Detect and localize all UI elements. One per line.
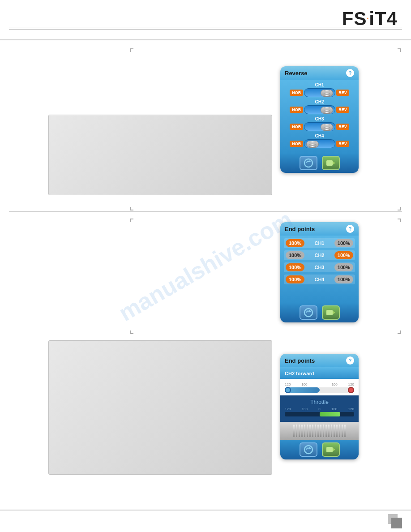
toggle-track-4[interactable] [304, 139, 335, 148]
grip-line-14 [328, 425, 330, 437]
grip-line-6 [307, 425, 308, 437]
reverse-ch1-label: CH1 [284, 82, 355, 87]
grip-line-4 [301, 425, 303, 437]
endpoints-back-button[interactable] [300, 305, 317, 320]
toggle-track-3[interactable] [304, 122, 335, 131]
corner-bl-1 [130, 204, 136, 210]
ep-ch1-row: 100% CH1 100% [284, 238, 355, 248]
reverse-ch3-label: CH3 [284, 116, 355, 121]
ep-slider-track[interactable] [286, 387, 353, 393]
endpoints-detail-title: End points [285, 357, 315, 364]
toggle-nor-4: NOR [290, 141, 303, 147]
ep-grip-bar[interactable] [280, 422, 359, 440]
toggle-nor-1: NOR [290, 90, 303, 96]
svg-rect-6 [326, 310, 333, 315]
ep-slider-area: 120 100 100 120 [280, 379, 359, 395]
reverse-panel-title: Reverse [285, 70, 308, 77]
brand-dot: · [367, 15, 369, 22]
reverse-ch4-row: CH4 NOR REV [284, 133, 355, 148]
toggle-track-1[interactable] [304, 88, 335, 97]
grip-line-2 [296, 425, 297, 437]
grip-line-9 [315, 425, 316, 437]
content-block-2 [48, 340, 272, 475]
grip-line-11 [320, 425, 321, 437]
scale-120-left: 120 [285, 382, 291, 386]
ep-detail-ch-label: CH2 forward [285, 371, 314, 376]
watermark: manualshive.com [114, 206, 297, 326]
reverse-back-button[interactable] [300, 156, 317, 170]
ep-ch3-left[interactable]: 100% [286, 263, 304, 271]
svg-marker-7 [333, 311, 335, 314]
corner-br-1 [395, 204, 401, 210]
reverse-help-button[interactable]: ? [346, 69, 354, 77]
endpoints-panel-header: End points ? [280, 222, 359, 236]
svg-rect-10 [326, 447, 333, 452]
ep-throttle-track[interactable] [285, 412, 354, 416]
toggle-thumb-1 [321, 90, 333, 97]
header: FS·iT4 [0, 0, 411, 40]
toggle-track-2[interactable] [304, 105, 335, 114]
ep-slider-thumb-right[interactable] [348, 387, 354, 393]
toggle-nor-3: NOR [290, 124, 303, 130]
reverse-ch3-toggle[interactable]: NOR REV [284, 122, 355, 131]
reverse-ch4-toggle[interactable]: NOR REV [284, 139, 355, 148]
section-divider-1 [9, 211, 402, 212]
endpoints-detail-panel-footer [280, 440, 359, 459]
footer-corner-decoration [391, 518, 402, 528]
reverse-panel-body: CH1 NOR REV CH2 NOR [280, 80, 359, 153]
brand-fs: FS [342, 8, 367, 29]
ep-ch4-left[interactable]: 100% [286, 275, 304, 283]
reverse-ch2-toggle[interactable]: NOR REV [284, 105, 355, 114]
grip-line-13 [325, 425, 327, 437]
svg-marker-11 [333, 448, 335, 451]
reverse-ch1-toggle[interactable]: NOR REV [284, 88, 355, 97]
scale-100-left: 100 [301, 382, 307, 386]
scale-100-right: 100 [331, 382, 337, 386]
ep-detail-back-button[interactable] [300, 442, 317, 457]
reverse-confirm-button[interactable] [322, 156, 340, 170]
ep-ch3-right[interactable]: 100% [334, 263, 353, 271]
ep-detail-confirm-button[interactable] [322, 442, 340, 457]
endpoints-detail-panel: End points ? CH2 forward 120 100 100 120… [280, 354, 359, 459]
toggle-rev-1: REV [336, 90, 349, 96]
ep-slider-thumb-left[interactable] [285, 387, 291, 393]
endpoints-detail-help-button[interactable]: ? [346, 356, 354, 365]
svg-marker-3 [333, 161, 335, 165]
svg-point-8 [304, 446, 313, 454]
ep-ch4-row: 100% CH4 100% [284, 275, 355, 284]
ep-ch3-label: CH3 [314, 265, 324, 270]
reverse-ch4-label: CH4 [284, 133, 355, 138]
ep-ch1-right[interactable]: 100% [334, 239, 353, 247]
reverse-ch2-label: CH2 [284, 99, 355, 104]
endpoints-panel-title: End points [285, 226, 315, 232]
brand-it4: iT4 [369, 8, 398, 29]
content-block-1 [48, 115, 272, 195]
svg-point-0 [304, 159, 313, 167]
ep-throttle-fill [320, 412, 341, 416]
grip-line-19 [342, 425, 343, 437]
endpoints-detail-panel-header: End points ? [280, 354, 359, 367]
throttle-scale-100l: 100 [302, 407, 308, 411]
toggle-rev-3: REV [336, 124, 349, 130]
reverse-ch3-row: CH3 NOR REV [284, 116, 355, 131]
ep-ch2-left[interactable]: 100% [286, 251, 304, 259]
toggle-thumb-3 [321, 124, 333, 131]
ep-panel-spacer [284, 287, 355, 300]
brand-logo: FS·iT4 [342, 8, 398, 30]
throttle-scale-0: 0 [318, 407, 320, 411]
reverse-panel-header: Reverse ? [280, 66, 359, 80]
toggle-nor-2: NOR [290, 107, 303, 113]
ep-detail-ch-label-row: CH2 forward [280, 367, 359, 379]
endpoints-confirm-button[interactable] [322, 305, 340, 320]
ep-ch2-label: CH2 [314, 253, 324, 258]
ep-ch2-row: 100% CH2 100% [284, 250, 355, 260]
ep-ch4-right[interactable]: 100% [334, 275, 353, 283]
ep-ch1-label: CH1 [314, 240, 324, 246]
ep-ch2-right[interactable]: 100% [334, 251, 353, 259]
ep-ch1-left[interactable]: 100% [286, 239, 304, 247]
endpoints-panel: End points ? 100% CH1 100% 100% CH2 100%… [280, 222, 359, 322]
endpoints-help-button[interactable]: ? [346, 225, 354, 233]
grip-line-10 [317, 425, 319, 437]
toggle-rev-4: REV [336, 141, 349, 147]
ep-throttle-scale: 120 100 0 100 120 [285, 407, 354, 411]
